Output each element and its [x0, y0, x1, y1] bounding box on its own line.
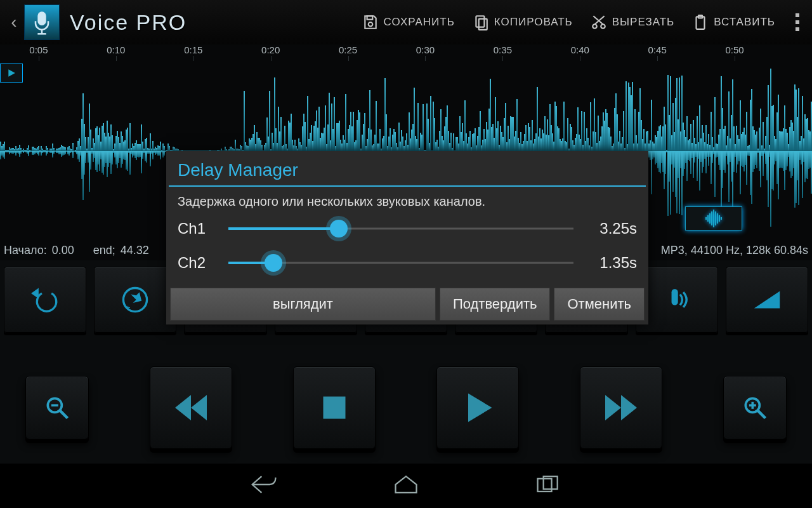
zoom-in-button[interactable]: [723, 376, 787, 439]
ch1-slider[interactable]: [228, 219, 573, 238]
play-button[interactable]: [436, 366, 519, 449]
svg-rect-6: [479, 19, 487, 30]
svg-line-9: [594, 16, 604, 24]
svg-line-10: [593, 16, 603, 24]
svg-marker-14: [31, 288, 39, 298]
forward-button[interactable]: [580, 366, 662, 449]
svg-rect-0: [37, 11, 46, 25]
copy-icon: [473, 14, 489, 30]
cut-label: ВЫРЕЗАТЬ: [612, 16, 675, 29]
svg-line-38: [758, 411, 766, 418]
cut-icon: [591, 14, 607, 30]
slider-row-ch1: Ch1 3.25s: [166, 215, 648, 250]
format-info: MP3, 44100 Hz, 128k 60.84s: [661, 244, 808, 257]
svg-point-7: [593, 24, 597, 29]
save-button[interactable]: СОХРАНИТЬ: [355, 11, 462, 33]
nav-back-icon[interactable]: [250, 472, 278, 499]
svg-line-29: [60, 411, 68, 418]
start-label: Начало:: [4, 244, 47, 257]
svg-marker-35: [605, 395, 621, 420]
ch1-value: 3.25s: [586, 220, 637, 237]
svg-rect-3: [367, 16, 372, 19]
copy-label: КОПИРОВАТЬ: [494, 16, 573, 29]
svg-marker-27: [754, 291, 780, 309]
top-bar: ‹ Voice PRO СОХРАНИТЬ КОПИРОВАТЬ: [0, 0, 812, 44]
cut-button[interactable]: ВЫРЕЗАТЬ: [583, 11, 683, 33]
svg-point-8: [601, 24, 605, 29]
ch2-value: 1.35s: [586, 254, 637, 272]
svg-marker-32: [191, 395, 207, 420]
android-nav-bar: [0, 464, 812, 508]
app-title: Voice PRO: [70, 10, 187, 35]
dialog-description: Задержка одного или нескольких звуковых …: [166, 194, 648, 215]
ch2-label: Ch2: [178, 254, 216, 272]
preview-button[interactable]: выглядит: [170, 288, 436, 321]
svg-marker-34: [468, 394, 492, 422]
delay-manager-dialog: Delay Manager Задержка одного или нескол…: [166, 151, 648, 324]
rewind-button[interactable]: [150, 366, 232, 449]
nav-home-icon[interactable]: [392, 472, 420, 499]
ch2-slider[interactable]: [228, 253, 573, 272]
dialog-title: Delay Manager: [166, 151, 648, 185]
save-icon: [362, 14, 379, 30]
nav-recent-icon[interactable]: [534, 472, 562, 499]
back-icon[interactable]: ‹: [6, 6, 22, 38]
cancel-button[interactable]: Отменить: [554, 288, 645, 321]
paste-icon: [692, 14, 709, 30]
start-value: 0.00: [52, 244, 74, 257]
ch1-label: Ch1: [178, 220, 216, 237]
more-menu-button[interactable]: [790, 8, 806, 36]
undo-button[interactable]: [4, 267, 86, 333]
speed-button[interactable]: +: [94, 267, 176, 333]
svg-rect-5: [476, 16, 484, 27]
transport-bar: [0, 357, 812, 458]
copy-button[interactable]: КОПИРОВАТЬ: [465, 11, 580, 33]
svg-marker-36: [621, 395, 637, 420]
svg-point-4: [368, 22, 372, 27]
slider-row-ch2: Ch2 1.35s: [166, 250, 648, 284]
svg-rect-33: [324, 397, 346, 419]
save-label: СОХРАНИТЬ: [384, 16, 455, 29]
stop-button[interactable]: [293, 366, 376, 449]
time-ruler: 0:050:100:150:200:250:300:350:400:450:50: [0, 44, 812, 61]
loop-end-marker[interactable]: [685, 206, 742, 231]
fade-button[interactable]: [726, 267, 808, 333]
zoom-out-button[interactable]: [25, 376, 89, 439]
paste-label: ВСТАВИТЬ: [714, 16, 775, 29]
paste-button[interactable]: ВСТАВИТЬ: [684, 11, 783, 33]
end-label: end;: [93, 244, 115, 257]
app-logo[interactable]: [24, 4, 60, 40]
confirm-button[interactable]: Подтвердить: [440, 288, 551, 321]
svg-text:+: +: [126, 303, 131, 312]
svg-marker-31: [175, 395, 191, 420]
end-value: 44.32: [121, 244, 149, 257]
